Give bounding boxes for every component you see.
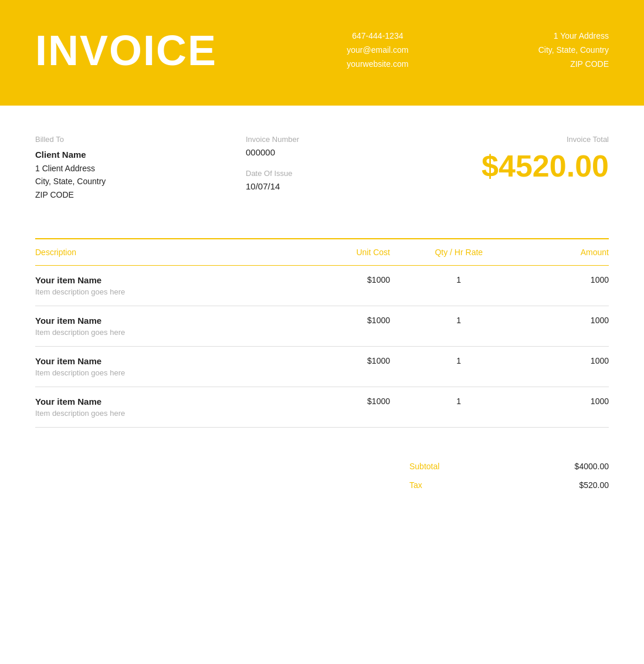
invoice-number-value: 000000 xyxy=(246,147,375,157)
subtotal-row: Subtotal $4000.00 xyxy=(409,457,609,476)
item-cell-3: Your item Name Item description goes her… xyxy=(35,387,293,428)
client-address2: City, State, Country xyxy=(35,175,199,188)
invoice-table: Description Unit Cost Qty / Hr Rate Amou… xyxy=(35,238,609,428)
invoice-header: INVOICE 647-444-1234 your@email.com your… xyxy=(0,0,644,106)
col-qty-hr-rate: Qty / Hr Rate xyxy=(390,239,527,266)
item-cell-2: Your item Name Item description goes her… xyxy=(35,347,293,387)
invoice-title-block: INVOICE xyxy=(35,23,217,72)
item-desc-1: Item description goes here xyxy=(35,328,293,337)
header-address: 1 Your Address City, State, Country ZIP … xyxy=(538,29,609,71)
header-address-line2: City, State, Country xyxy=(538,43,609,57)
header-contact: 647-444-1234 your@email.com yourwebsite.… xyxy=(347,29,408,71)
table-row: Your item Name Item description goes her… xyxy=(35,387,609,428)
item-unit-cost-1: $1000 xyxy=(293,306,390,347)
item-unit-cost-2: $1000 xyxy=(293,347,390,387)
item-unit-cost-3: $1000 xyxy=(293,387,390,428)
totals-table: Subtotal $4000.00 Tax $520.00 xyxy=(409,457,609,494)
item-unit-cost-0: $1000 xyxy=(293,266,390,306)
tax-row: Tax $520.00 xyxy=(409,476,609,494)
invoice-title: INVOICE xyxy=(35,29,217,72)
col-amount: Amount xyxy=(527,239,609,266)
invoice-body: Billed To Client Name 1 Client Address C… xyxy=(0,106,644,530)
item-cell-1: Your item Name Item description goes her… xyxy=(35,306,293,347)
invoice-table-body: Your item Name Item description goes her… xyxy=(35,266,609,428)
item-amount-1: 1000 xyxy=(527,306,609,347)
item-qty-1: 1 xyxy=(390,306,527,347)
invoice-page: INVOICE 647-444-1234 your@email.com your… xyxy=(0,0,644,664)
item-desc-3: Item description goes here xyxy=(35,409,293,418)
client-address1: 1 Client Address xyxy=(35,162,199,175)
billing-section: Billed To Client Name 1 Client Address C… xyxy=(35,135,609,203)
table-header-row: Description Unit Cost Qty / Hr Rate Amou… xyxy=(35,239,609,266)
totals-section: Subtotal $4000.00 Tax $520.00 xyxy=(35,457,609,494)
item-qty-3: 1 xyxy=(390,387,527,428)
item-name-0: Your item Name xyxy=(35,275,293,285)
item-name-2: Your item Name xyxy=(35,356,293,366)
table-row: Your item Name Item description goes her… xyxy=(35,347,609,387)
item-amount-0: 1000 xyxy=(527,266,609,306)
table-row: Your item Name Item description goes her… xyxy=(35,306,609,347)
col-unit-cost: Unit Cost xyxy=(293,239,390,266)
item-desc-0: Item description goes here xyxy=(35,287,293,296)
invoice-meta-block: Invoice Number 000000 Date Of Issue 10/0… xyxy=(246,135,375,203)
tax-value: $520.00 xyxy=(579,480,609,490)
header-website: yourwebsite.com xyxy=(347,57,408,72)
header-address-line1: 1 Your Address xyxy=(538,29,609,43)
header-address-zip: ZIP CODE xyxy=(538,57,609,72)
billed-to-label: Billed To xyxy=(35,135,199,144)
subtotal-label: Subtotal xyxy=(409,462,439,471)
invoice-date-label: Date Of Issue xyxy=(246,169,375,178)
client-name: Client Name xyxy=(35,150,199,160)
invoice-total-amount: $4520.00 xyxy=(421,148,609,184)
col-description: Description xyxy=(35,239,293,266)
subtotal-value: $4000.00 xyxy=(575,462,609,471)
client-zip: ZIP CODE xyxy=(35,188,199,201)
invoice-total-label: Invoice Total xyxy=(421,135,609,144)
item-desc-2: Item description goes here xyxy=(35,368,293,377)
item-qty-0: 1 xyxy=(390,266,527,306)
invoice-total-block: Invoice Total $4520.00 xyxy=(421,135,609,184)
item-name-1: Your item Name xyxy=(35,316,293,326)
item-qty-2: 1 xyxy=(390,347,527,387)
item-amount-2: 1000 xyxy=(527,347,609,387)
item-name-3: Your item Name xyxy=(35,397,293,406)
item-amount-3: 1000 xyxy=(527,387,609,428)
header-email: your@email.com xyxy=(347,43,408,57)
billed-to-block: Billed To Client Name 1 Client Address C… xyxy=(35,135,199,201)
header-phone: 647-444-1234 xyxy=(347,29,408,43)
invoice-date-value: 10/07/14 xyxy=(246,181,375,191)
invoice-number-label: Invoice Number xyxy=(246,135,375,144)
tax-label: Tax xyxy=(409,480,422,490)
table-row: Your item Name Item description goes her… xyxy=(35,266,609,306)
item-cell-0: Your item Name Item description goes her… xyxy=(35,266,293,306)
